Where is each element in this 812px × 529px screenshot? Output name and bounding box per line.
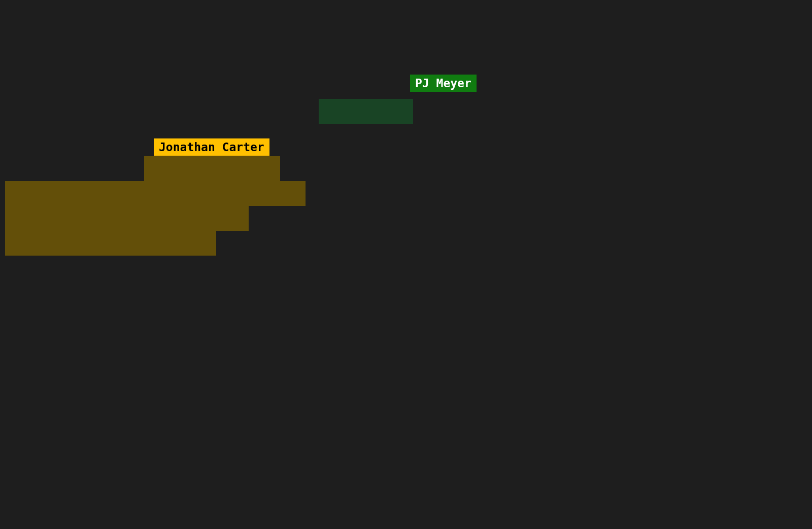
cursor-label-yellow: Jonathan Carter [154,138,269,156]
remote-selection-yellow [5,181,306,206]
remote-selection-yellow [5,206,249,231]
code-editor[interactable]: PJ Meyer Jonathan Carter import styled f… [0,0,812,529]
remote-selection-yellow [144,156,280,181]
cursor-label-green: PJ Meyer [410,75,477,92]
remote-selection-yellow [5,231,216,256]
remote-selection-green [319,99,413,124]
